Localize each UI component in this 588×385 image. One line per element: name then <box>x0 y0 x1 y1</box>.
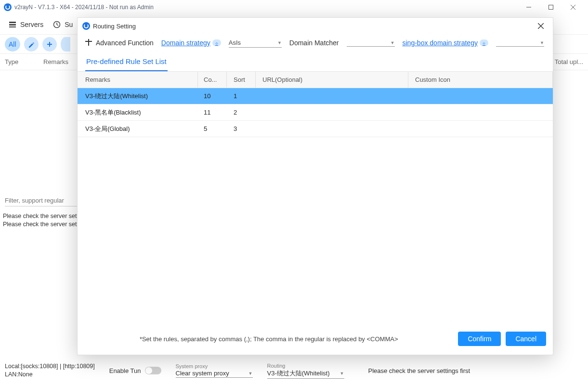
tab-predefined-ruleset[interactable]: Pre-defined Rule Set List <box>85 52 168 71</box>
routing-combo[interactable]: Routing V3-绕过大陆(Whitelist)▼ <box>267 363 344 379</box>
routing-value: V3-绕过大陆(Whitelist) <box>267 369 330 378</box>
dialog-close-button[interactable] <box>534 19 548 33</box>
domain-strategy-link[interactable]: Domain strategy ⟐ <box>161 39 221 47</box>
local-info: Local:[socks:10808] | [http:10809] LAN:N… <box>5 362 95 379</box>
cell-sort: 2 <box>227 109 256 116</box>
col-total-upl[interactable]: Total upl... <box>549 58 588 65</box>
domain-strategy-label: Domain strategy <box>161 39 210 47</box>
app-logo-icon <box>4 3 12 11</box>
chevron-down-icon: ▼ <box>540 40 544 45</box>
cell-remarks: V3-全局(Global) <box>78 125 198 133</box>
servers-label: Servers <box>20 21 43 28</box>
dialog-footer: *Set the rules, separated by commas (,);… <box>78 327 553 355</box>
local-line1: Local:[socks:10808] | [http:10809] <box>5 362 95 371</box>
filter-chip-all[interactable]: All <box>5 37 20 51</box>
su-menu[interactable]: Su <box>53 21 73 28</box>
link-icon: ⟐ <box>480 39 488 46</box>
servers-icon <box>9 21 16 28</box>
table-row[interactable]: V3-全局(Global) 5 3 <box>78 121 553 137</box>
col-type[interactable]: Type <box>0 58 39 65</box>
main-titlebar: v2rayN - V7.1.3 - X64 - 2024/11/18 - Not… <box>0 0 588 14</box>
confirm-button[interactable]: Confirm <box>458 332 501 346</box>
ruleset-table: Remarks Co... Sort URL(Optional) Custom … <box>78 72 553 327</box>
routing-label: Routing <box>267 363 344 369</box>
svg-rect-4 <box>9 22 16 23</box>
chevron-down-icon: ▼ <box>277 40 282 45</box>
cell-remarks: V3-绕过大陆(Whitelist) <box>78 92 198 101</box>
singbox-strategy-link[interactable]: sing-box domain strategy ⟐ <box>403 39 488 47</box>
ruleset-table-header: Remarks Co... Sort URL(Optional) Custom … <box>78 72 553 88</box>
th-co[interactable]: Co... <box>198 72 227 88</box>
chevron-down-icon: ▼ <box>391 40 395 45</box>
status-message: Please check the server settings first <box>368 367 470 374</box>
dialog-title: Routing Setting <box>93 23 136 30</box>
svg-rect-14 <box>88 39 89 46</box>
th-remarks[interactable]: Remarks <box>78 72 198 88</box>
cell-sort: 1 <box>227 92 256 100</box>
system-proxy-label: System proxy <box>176 363 253 369</box>
servers-menu[interactable]: Servers <box>9 21 43 28</box>
svg-rect-6 <box>9 26 16 27</box>
cell-co: 10 <box>198 92 227 100</box>
enable-tun-toggle[interactable] <box>145 367 161 374</box>
system-proxy-value: Clear system proxy <box>176 370 229 377</box>
extra-chip[interactable] <box>61 37 70 51</box>
cancel-button[interactable]: Cancel <box>506 332 546 346</box>
domain-strategy-value: AsIs <box>229 39 241 46</box>
domain-strategy-select[interactable]: AsIs ▼ <box>229 38 282 48</box>
table-row[interactable]: V3-绕过大陆(Whitelist) 10 1 <box>78 88 553 104</box>
clock-icon <box>53 21 61 28</box>
footer-hint: *Set the rules, separated by commas (,);… <box>84 335 453 343</box>
th-url[interactable]: URL(Optional) <box>256 72 408 88</box>
add-chip[interactable] <box>42 37 57 51</box>
system-proxy-combo[interactable]: System proxy Clear system proxy▼ <box>176 363 253 378</box>
singbox-label: sing-box domain strategy <box>403 39 478 47</box>
maximize-button[interactable] <box>540 0 562 14</box>
advanced-function[interactable]: Advanced Function <box>85 39 154 47</box>
svg-rect-1 <box>549 5 553 10</box>
domain-matcher-select[interactable]: ▼ <box>347 39 395 47</box>
enable-tun-label: Enable Tun <box>109 367 141 374</box>
cell-co: 5 <box>198 125 227 132</box>
filter-input[interactable] <box>5 195 82 206</box>
window-title: v2rayN - V7.1.3 - X64 - 2024/11/18 - Not… <box>14 4 154 11</box>
cell-remarks: V3-黑名单(Blacklist) <box>78 108 198 117</box>
statusbar: Local:[socks:10808] | [http:10809] LAN:N… <box>0 356 588 385</box>
chevron-down-icon: ▼ <box>340 371 344 376</box>
th-sort[interactable]: Sort <box>227 72 256 88</box>
svg-line-9 <box>57 25 58 26</box>
dialog-tabs: Pre-defined Rule Set List <box>78 52 553 72</box>
singbox-strategy-select[interactable]: ▼ <box>496 39 544 47</box>
dialog-logo-icon <box>82 22 90 30</box>
routing-setting-dialog: Routing Setting Advanced Function Domain… <box>77 17 553 355</box>
advanced-label: Advanced Function <box>96 39 154 47</box>
su-label: Su <box>65 21 73 28</box>
domain-matcher-label: Domain Matcher <box>289 39 339 47</box>
function-row: Advanced Function Domain strategy ⟐ AsIs… <box>78 34 553 52</box>
minimize-button[interactable] <box>518 0 540 14</box>
th-custom-icon[interactable]: Custom Icon <box>408 72 553 88</box>
table-row[interactable]: V3-黑名单(Blacklist) 11 2 <box>78 104 553 121</box>
cell-co: 11 <box>198 109 227 116</box>
chevron-down-icon: ▼ <box>248 371 253 376</box>
enable-tun: Enable Tun <box>109 367 161 374</box>
cell-sort: 3 <box>227 125 256 132</box>
svg-rect-15 <box>85 41 92 42</box>
dialog-titlebar: Routing Setting <box>78 18 553 34</box>
link-icon: ⟐ <box>212 39 221 46</box>
edit-chip[interactable] <box>24 37 39 51</box>
svg-rect-5 <box>9 24 16 26</box>
advanced-icon <box>85 39 92 47</box>
local-line2: LAN:None <box>5 371 95 379</box>
close-button[interactable] <box>562 0 584 14</box>
